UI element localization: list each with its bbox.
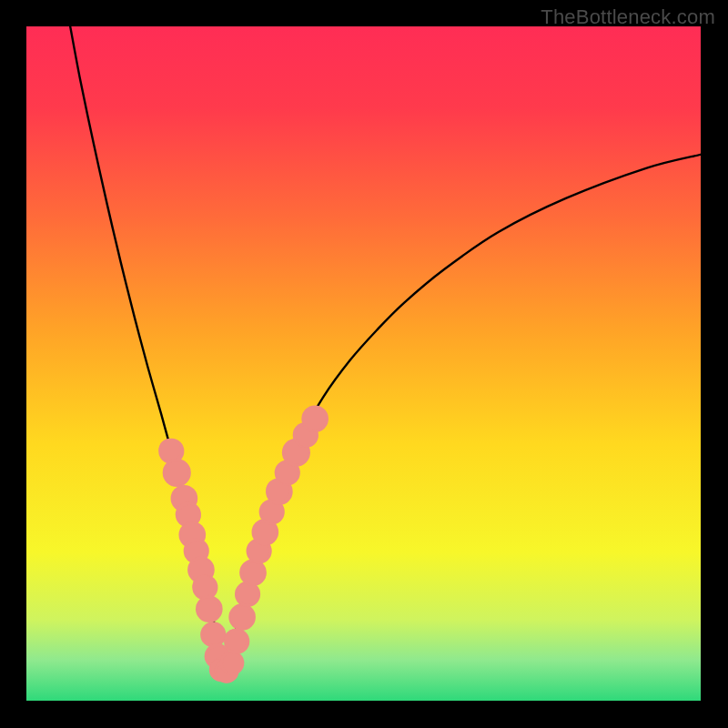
gradient-background [26, 26, 701, 701]
svg-point-32 [230, 606, 253, 629]
marker-blob [196, 595, 223, 622]
svg-point-4 [164, 461, 187, 485]
svg-point-30 [224, 629, 246, 651]
plot-area [26, 26, 701, 701]
marker-blob [220, 651, 245, 675]
svg-point-36 [243, 562, 266, 585]
plot-svg [26, 26, 701, 701]
svg-point-40 [254, 522, 277, 545]
svg-point-20 [203, 622, 225, 644]
marker-blob [224, 629, 249, 654]
marker-blob [228, 603, 256, 631]
chart-frame: TheBottleneck.com [0, 0, 728, 728]
svg-point-18 [197, 598, 220, 621]
svg-point-52 [302, 407, 325, 430]
svg-point-16 [193, 575, 215, 597]
marker-blob [301, 405, 329, 432]
marker-blob [163, 459, 191, 487]
watermark-text: TheBottleneck.com [541, 5, 715, 29]
svg-point-2 [159, 439, 181, 460]
svg-point-28 [223, 652, 244, 673]
marker-blob [200, 622, 226, 647]
